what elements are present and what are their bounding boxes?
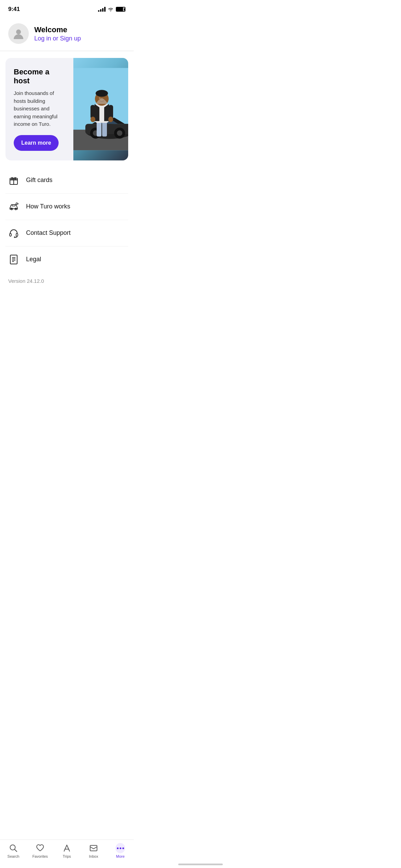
gift-icon (8, 175, 19, 186)
gift-cards-label: Gift cards (26, 177, 52, 184)
host-card-image (73, 58, 128, 160)
welcome-text: Welcome (34, 25, 81, 34)
host-card-description: Join thousands of hosts building busines… (14, 89, 66, 128)
svg-rect-28 (16, 233, 18, 236)
menu-list: Gift cards How Turo works (0, 167, 134, 273)
svg-point-18 (108, 117, 113, 122)
document-icon (8, 254, 19, 265)
menu-item-gift-cards[interactable]: Gift cards (5, 167, 128, 194)
learn-more-button[interactable]: Learn more (14, 135, 59, 151)
legal-label: Legal (26, 256, 41, 263)
menu-item-legal[interactable]: Legal (5, 246, 128, 273)
login-signup-link[interactable]: Log in or Sign up (34, 35, 81, 42)
headset-icon (8, 228, 19, 239)
car-key-icon (8, 201, 19, 212)
host-card-title: Become a host (14, 68, 66, 85)
profile-header: Welcome Log in or Sign up (0, 16, 134, 51)
become-host-card: Become a host Join thousands of hosts bu… (5, 58, 128, 160)
svg-rect-10 (102, 121, 107, 136)
menu-item-how-turo-works[interactable]: How Turo works (5, 194, 128, 220)
menu-item-contact-support[interactable]: Contact Support (5, 220, 128, 246)
host-card-text: Become a host Join thousands of hosts bu… (14, 68, 66, 135)
version-text: Version 24.12.0 (0, 273, 134, 287)
svg-rect-27 (10, 233, 11, 236)
contact-support-label: Contact Support (26, 229, 71, 237)
svg-point-14 (99, 97, 100, 99)
svg-rect-30 (10, 255, 17, 264)
header-divider (0, 51, 134, 51)
svg-point-17 (90, 117, 95, 122)
signal-bars-icon (98, 7, 106, 12)
svg-point-29 (14, 237, 15, 238)
wifi-icon (108, 7, 114, 12)
svg-point-24 (16, 203, 18, 204)
svg-point-0 (16, 29, 21, 34)
avatar (8, 23, 29, 44)
person-icon (12, 27, 25, 40)
svg-point-8 (117, 130, 122, 136)
status-time: 9:41 (8, 6, 20, 13)
status-icons (98, 7, 125, 12)
battery-icon (116, 7, 125, 12)
svg-point-13 (96, 90, 108, 97)
header-text: Welcome Log in or Sign up (34, 25, 81, 42)
how-turo-works-label: How Turo works (26, 203, 70, 210)
host-image-svg (73, 58, 128, 160)
host-card-content: Become a host Join thousands of hosts bu… (5, 58, 73, 160)
svg-rect-9 (97, 121, 101, 136)
status-bar: 9:41 (0, 0, 134, 16)
